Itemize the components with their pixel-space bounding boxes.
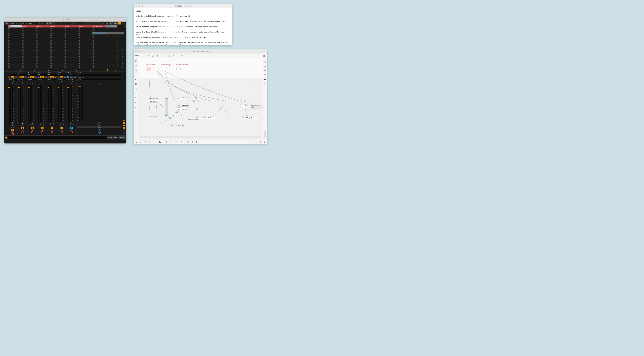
volume-fader[interactable]: [48, 85, 49, 122]
msg-zero[interactable]: 0.: [176, 104, 180, 107]
db-value[interactable]: -Inf: [57, 81, 66, 83]
cue-channel[interactable]: 1/2 out: [77, 74, 121, 76]
monitor-auto[interactable]: Auto: [40, 76, 44, 78]
device-slot[interactable]: [57, 136, 106, 139]
send-value[interactable]: 0: [8, 83, 17, 85]
clip-slot[interactable]: [92, 60, 106, 62]
clip-slot[interactable]: [92, 62, 106, 65]
monitor-in[interactable]: In: [8, 76, 10, 78]
monitor-off[interactable]: Off: [54, 76, 57, 78]
flonum-box[interactable]: 0.: [176, 111, 180, 114]
tap-button[interactable]: Tap: [5, 22, 8, 25]
list-icon[interactable]: ⁝⁝: [135, 78, 137, 81]
master-scene-slot[interactable]: [106, 46, 117, 48]
beap-icon[interactable]: b: [135, 101, 137, 104]
scene-launch[interactable]: 9: [117, 46, 124, 48]
volume-fader[interactable]: [58, 85, 59, 122]
output-routing[interactable]: rec bus: [12, 78, 17, 81]
monitor-in[interactable]: In: [18, 76, 20, 78]
clip-slot[interactable]: [64, 53, 78, 55]
solo-button[interactable]: Solo: [77, 126, 121, 128]
arm-button[interactable]: [51, 131, 53, 133]
audio-on-icon[interactable]: |||: [255, 141, 257, 143]
loop-button[interactable]: ⟳: [68, 22, 71, 25]
clip-slot[interactable]: [22, 44, 36, 46]
gate-object[interactable]: gate: [196, 108, 201, 110]
volume-fader[interactable]: [18, 85, 20, 122]
monitor-off[interactable]: Off: [64, 76, 66, 78]
clip-slot[interactable]: [92, 39, 106, 41]
play-button[interactable]: ▶: [46, 22, 48, 25]
arm-button[interactable]: [61, 131, 63, 133]
scene-launch[interactable]: 2: [117, 30, 124, 32]
patcher-canvas[interactable]: pause auto rec mannual triger mannual st…: [138, 58, 263, 140]
clip-slot[interactable]: [78, 58, 92, 60]
clip-slot[interactable]: [92, 46, 106, 48]
scene-launch[interactable]: 4: [117, 34, 124, 37]
c-button[interactable]: C: [11, 122, 14, 124]
sends-toggle-icon[interactable]: [123, 122, 125, 124]
close-icon[interactable]: [135, 51, 137, 52]
loadmess-object[interactable]: loadmess: [180, 97, 188, 99]
clip-slot[interactable]: [50, 58, 64, 60]
clip-slot[interactable]: [78, 39, 92, 41]
master-scene-slot[interactable]: [106, 60, 117, 62]
clip-slot[interactable]: [92, 48, 106, 51]
monitor-in[interactable]: In: [67, 76, 69, 78]
clip-slot[interactable]: [36, 55, 50, 58]
clip-slot[interactable]: [8, 51, 22, 53]
clip-slot[interactable]: [78, 28, 92, 30]
clip-slot[interactable]: [50, 41, 64, 44]
master-s-button[interactable]: S: [98, 129, 100, 130]
arm-button[interactable]: [31, 131, 34, 133]
search-icon[interactable]: 🔍: [264, 61, 266, 63]
clip-slot[interactable]: [50, 65, 64, 67]
change-object[interactable]: change: [181, 108, 188, 110]
send-value[interactable]: 0: [28, 83, 37, 85]
clip-slot[interactable]: [8, 37, 22, 39]
minimize-icon[interactable]: [138, 51, 140, 52]
clip-slot[interactable]: [78, 46, 92, 48]
input-channel[interactable]: 1/2: [8, 74, 17, 76]
clip-slot[interactable]: [22, 34, 36, 37]
clip-slot[interactable]: [50, 37, 64, 39]
clip-slot[interactable]: [8, 39, 22, 41]
clip-slot[interactable]: [36, 65, 50, 67]
number-box[interactable]: 0.0: [168, 116, 172, 118]
comment-trigger[interactable]: mannual triger: [161, 64, 172, 66]
sig-numerator[interactable]: 4: [19, 22, 21, 25]
track-activator[interactable]: 3: [31, 127, 34, 129]
curve2-button[interactable]: ⟋: [80, 22, 83, 25]
midi-map-button[interactable]: MIDI: [114, 22, 118, 25]
ableton-titlebar[interactable]: Untitled: [4, 17, 126, 22]
clip-slot[interactable]: [22, 62, 36, 65]
info-icon[interactable]: ⓘ: [264, 65, 266, 67]
clip-slot[interactable]: [78, 32, 92, 35]
clip-slot[interactable]: [36, 53, 50, 55]
clip-slot[interactable]: [36, 48, 50, 51]
scene-launch[interactable]: 14: [117, 58, 124, 60]
key-map-button[interactable]: Key: [109, 22, 113, 25]
track-header[interactable]: track 1: [22, 25, 36, 27]
piano-icon[interactable]: ▥: [191, 141, 194, 143]
quantize-menu[interactable]: None: [28, 22, 33, 25]
monitor-off[interactable]: Off: [44, 76, 47, 78]
pan-knob[interactable]: [30, 122, 34, 126]
clip-slot[interactable]: [8, 62, 22, 65]
master-channel[interactable]: 1/2 out: [77, 78, 121, 80]
input-channel[interactable]: 3/4: [18, 74, 27, 76]
record-button[interactable]: ●: [52, 22, 54, 25]
clip-slot[interactable]: [8, 30, 22, 32]
clip-slot[interactable]: [22, 32, 36, 35]
clip-slot[interactable]: [64, 62, 78, 65]
distribute-icon[interactable]: ⋔: [176, 141, 178, 143]
volume-fader[interactable]: [38, 85, 39, 122]
calendar-icon[interactable]: ▦: [263, 54, 266, 57]
clip-slot[interactable]: [78, 34, 92, 37]
master-scene-slot[interactable]: [106, 37, 117, 39]
clip-slot[interactable]: [92, 32, 106, 35]
send-value[interactable]: 0: [57, 83, 66, 85]
track-activator[interactable]: 5: [51, 127, 54, 129]
clip-slot[interactable]: [92, 58, 106, 60]
volume-fader[interactable]: [68, 85, 68, 122]
